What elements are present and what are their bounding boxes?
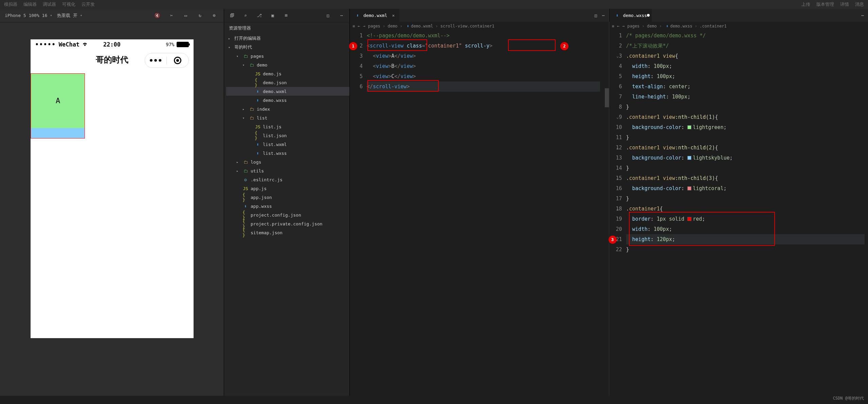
fold-icon[interactable]: ⌄ — [615, 143, 620, 153]
tree-item[interactable]: ⬍list.wxml — [226, 140, 349, 149]
tree-item[interactable]: ▸🗀logs — [226, 158, 349, 166]
menu-item[interactable]: 编辑器 — [23, 1, 37, 7]
code-line[interactable]: .container1{⌄ — [626, 204, 865, 214]
section-project[interactable]: ▾哥的时代 — [226, 43, 349, 52]
branch-icon[interactable]: ⎇ — [255, 11, 264, 20]
scroll-view-container[interactable]: A B C — [31, 73, 85, 139]
close-icon[interactable]: × — [392, 13, 395, 18]
menu-item[interactable]: 上传 — [801, 1, 810, 7]
volume-icon[interactable]: 🔇 — [152, 11, 162, 20]
code-line[interactable]: <view>C</view> — [367, 71, 600, 81]
list-icon[interactable]: ≡ — [612, 24, 614, 29]
crumb[interactable]: pages — [627, 24, 639, 29]
breadcrumb-left[interactable]: ≡ ← → pages › demo › ⬍demo.wxml › scroll… — [350, 22, 609, 31]
menu-item[interactable]: 版本管理 — [816, 1, 834, 7]
code-editor-wxml[interactable]: 123456 <!--pages/demo/demo.wxml--><scrol… — [350, 31, 609, 396]
code-line[interactable]: } — [626, 102, 865, 112]
code-editor-wxss[interactable]: 12345678910111213141516171819202122 /* p… — [609, 31, 868, 396]
minimap[interactable] — [603, 31, 609, 396]
close-program-icon[interactable] — [167, 57, 188, 64]
code-line[interactable]: height: 120px; — [626, 234, 865, 244]
section-open-editors[interactable]: ▸打开的编辑器 — [226, 34, 349, 43]
forward-icon[interactable]: → — [622, 24, 625, 29]
crumb[interactable]: demo.wxss — [670, 24, 692, 29]
code-line[interactable]: .container1 view{⌄ — [626, 51, 865, 61]
capsule-buttons[interactable]: ••• — [145, 53, 189, 68]
code-line[interactable]: width: 100px; — [626, 61, 865, 71]
code-line[interactable]: line-height: 100px; — [626, 92, 865, 102]
code-line[interactable]: border: 1px solid red; — [626, 214, 865, 224]
tree-item[interactable]: { }project.config.json — [226, 210, 349, 219]
code-line[interactable]: <view>B</view> — [367, 61, 600, 71]
code-line[interactable]: /*上下滚动效果*/ — [626, 41, 865, 51]
extension-icon[interactable]: ⊞ — [282, 11, 291, 20]
tree-item[interactable]: ▸🗀index — [226, 105, 349, 113]
tree-item[interactable]: { }list.json — [226, 131, 349, 140]
code-line[interactable]: background-color: lightskyblue; — [626, 153, 865, 163]
menu-item[interactable]: 详情 — [840, 1, 849, 7]
code-line[interactable]: background-color: lightcoral; — [626, 183, 865, 194]
tree-item[interactable]: ⬍app.wxss — [226, 202, 349, 210]
code-line[interactable]: text-align: center; — [626, 81, 865, 92]
tab-demo-wxss[interactable]: ⬍ demo.wxss — [610, 9, 652, 22]
code-line[interactable]: } — [626, 163, 865, 173]
code-line[interactable]: <!--pages/demo/demo.wxml--> — [367, 31, 600, 41]
tree-item[interactable]: ▾🗀pages — [226, 52, 349, 60]
menu-item[interactable]: 模拟器 — [4, 1, 17, 7]
tree-item[interactable]: ⚙.eslintrc.js — [226, 175, 349, 184]
code-line[interactable]: .container1 view:nth-child(3){⌄ — [626, 173, 865, 183]
back-icon[interactable]: ← — [358, 24, 360, 29]
forward-icon[interactable]: → — [363, 24, 365, 29]
split-icon[interactable]: ◫ — [595, 13, 597, 18]
fold-icon[interactable]: ⌄ — [615, 173, 620, 183]
code-line[interactable]: width: 100px; — [626, 224, 865, 234]
files-icon[interactable]: 🗐 — [228, 11, 236, 20]
tree-item[interactable]: ⬍demo.wxss — [226, 96, 349, 105]
code-line[interactable]: .container1 view:nth-child(2){⌄ — [626, 143, 865, 153]
more-icon[interactable]: ⋯ — [861, 13, 864, 18]
crumb[interactable]: pages — [368, 24, 380, 29]
fold-icon[interactable]: ⌄ — [615, 51, 620, 61]
tab-demo-wxml[interactable]: ⬍ demo.wxml × — [350, 9, 399, 22]
menu-item[interactable]: 可视化 — [62, 1, 75, 7]
device-selector[interactable]: iPhone 5 100% 16 — [5, 13, 47, 18]
rotate-icon[interactable]: ↻ — [195, 11, 205, 20]
crumb[interactable]: demo — [388, 24, 398, 29]
split-right-icon[interactable]: ◫ — [324, 11, 332, 20]
back-icon[interactable]: ← — [617, 24, 619, 29]
module-icon[interactable]: ▣ — [268, 11, 277, 20]
breadcrumb-right[interactable]: ≡ ← → pages › demo › ⬍demo.wxss › .conta… — [609, 22, 868, 31]
tree-item[interactable]: ⬍demo.wxml — [226, 87, 349, 96]
more-icon[interactable]: ••• — [145, 56, 167, 65]
crumb[interactable]: demo.wxml — [411, 24, 433, 29]
device-icon[interactable]: ▭ — [181, 11, 191, 20]
tree-item[interactable]: ⬍list.wxss — [226, 149, 349, 158]
hot-reload-toggle[interactable]: 热重载 开 — [57, 13, 77, 19]
tree-item[interactable]: { }app.json — [226, 193, 349, 202]
code-line[interactable]: } — [626, 132, 865, 143]
code-line[interactable]: height: 100px; — [626, 71, 865, 81]
tree-item[interactable]: ▾🗀list — [226, 113, 349, 122]
tree-item[interactable]: JSapp.js — [226, 184, 349, 193]
search-icon[interactable]: ⌕ — [241, 11, 250, 20]
code-line[interactable]: <view>A</view> — [367, 51, 600, 61]
menu-item[interactable]: 云开发 — [82, 1, 95, 7]
code-line[interactable]: </scroll-view> — [367, 81, 600, 92]
fold-icon[interactable]: ⌄ — [615, 112, 620, 122]
code-line[interactable]: /* pages/demo/demo.wxss */ — [626, 31, 865, 41]
close-icon[interactable]: ⊖ — [210, 11, 219, 20]
tree-item[interactable]: ▾🗀demo — [226, 60, 349, 69]
code-line[interactable]: } — [626, 194, 865, 204]
tree-item[interactable]: { }sitemap.json — [226, 228, 349, 237]
menu-item[interactable]: 消息 — [855, 1, 864, 7]
list-icon[interactable]: ≡ — [352, 24, 355, 29]
crumb[interactable]: .container1 — [700, 24, 726, 29]
crumb[interactable]: demo — [647, 24, 657, 29]
tree-item[interactable]: { }project.private.config.json — [226, 219, 349, 228]
code-line[interactable]: .container1 view:nth-child(1){⌄ — [626, 112, 865, 122]
cut-icon[interactable]: ✂ — [167, 11, 176, 20]
crumb[interactable]: scroll-view.container1 — [440, 24, 494, 29]
more-icon[interactable]: ⋯ — [337, 11, 346, 20]
tree-item[interactable]: JSdemo.js — [226, 69, 349, 78]
fold-icon[interactable]: ⌄ — [615, 204, 620, 214]
